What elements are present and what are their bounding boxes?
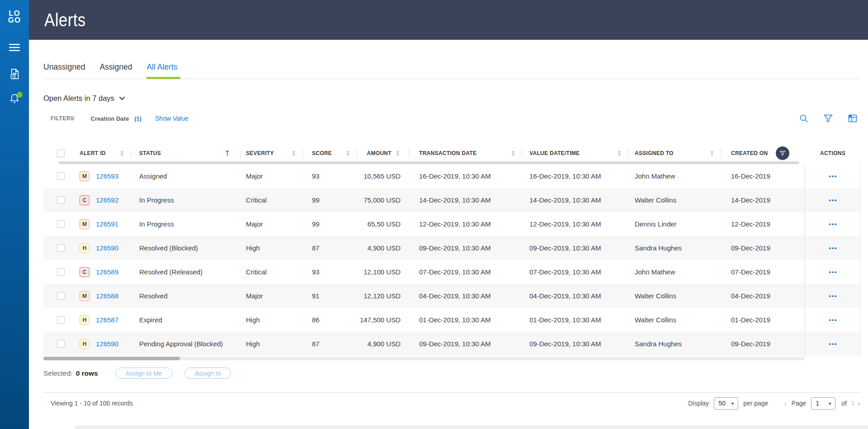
- status-cell: Resolved (Blocked): [131, 236, 241, 260]
- header-severity[interactable]: SEVERITY ↕: [241, 145, 303, 161]
- amount-cell: 12,120 USD: [357, 284, 409, 308]
- show-value-link[interactable]: Show Value: [155, 115, 189, 122]
- menu-button[interactable]: [8, 42, 21, 55]
- display-label: Display: [688, 400, 709, 407]
- row-checkbox-cell: [43, 260, 72, 284]
- alert-id-link[interactable]: 126587: [96, 316, 118, 324]
- filter-icon[interactable]: [823, 113, 834, 124]
- alert-id-link[interactable]: 126590: [96, 340, 118, 348]
- sort-icon[interactable]: ↕: [510, 150, 516, 157]
- row-checkbox-cell: [43, 236, 72, 260]
- actions-menu-button[interactable]: ⋯: [829, 195, 838, 205]
- status-cell: In Progress: [131, 212, 241, 236]
- header-assigned-to[interactable]: ASSIGNED TO ↕: [628, 145, 721, 161]
- tab-all-alerts[interactable]: All Alerts: [146, 62, 177, 79]
- tab-assigned[interactable]: Assigned: [99, 62, 132, 79]
- score-cell: 93: [303, 164, 357, 188]
- sort-icon[interactable]: ↕: [345, 150, 351, 157]
- row-checkbox[interactable]: [57, 172, 65, 180]
- actions-menu-button[interactable]: ⋯: [829, 171, 838, 181]
- records-summary: Viewing 1 - 10 of 100 records: [51, 400, 133, 407]
- header-value-date[interactable]: VALUE DATE/TIME ↕: [522, 145, 628, 161]
- reports-button[interactable]: [8, 68, 21, 81]
- row-checkbox[interactable]: [57, 268, 65, 276]
- table-row: C126592In ProgressCritical9975,000 USD14…: [43, 188, 860, 212]
- logo[interactable]: LO GO: [8, 10, 21, 24]
- header-alert-id[interactable]: ALERT ID ↕: [72, 145, 131, 161]
- status-cell: Pending Approval (Blocked): [131, 332, 241, 356]
- amount-cell: 65,50 USD: [357, 212, 409, 236]
- next-page-icon[interactable]: ›: [858, 399, 861, 408]
- row-checkbox[interactable]: [57, 292, 65, 300]
- alert-id-link[interactable]: 126592: [96, 196, 118, 204]
- open-alerts-dropdown[interactable]: Open Alerts in 7 days: [43, 94, 125, 103]
- actions-menu-button[interactable]: ⋯: [829, 315, 838, 325]
- previous-page-icon[interactable]: ‹: [783, 399, 787, 408]
- actions-menu-button[interactable]: ⋯: [829, 219, 838, 229]
- alert-id-link[interactable]: 126591: [96, 220, 118, 228]
- amount-cell: 10,565 USD: [357, 164, 409, 188]
- transaction-date-cell: 12-Dec-2019, 10:30 AM: [409, 212, 522, 236]
- severity-cell: Major: [241, 164, 303, 188]
- page-number-select[interactable]: 1 ▾: [811, 397, 835, 410]
- actions-menu-button[interactable]: ⋯: [829, 339, 838, 349]
- actions-menu-button[interactable]: ⋯: [829, 267, 838, 277]
- alert-id-link[interactable]: 126589: [96, 268, 118, 276]
- page-size-select[interactable]: 50 ▾: [714, 397, 738, 410]
- severity-cell: High: [241, 308, 303, 332]
- header-status[interactable]: STATUS ↑: [131, 145, 241, 161]
- actions-menu-button[interactable]: ⋯: [829, 243, 838, 253]
- columns-icon[interactable]: [847, 113, 858, 124]
- column-filter-active-icon[interactable]: [776, 146, 789, 160]
- pagination-bar: Viewing 1 - 10 of 100 records Display 50…: [43, 393, 861, 414]
- alert-id-link[interactable]: 126593: [96, 172, 118, 180]
- assign-to-me-button[interactable]: Assign to Me: [115, 368, 173, 379]
- filters-label: FILTERS: [51, 115, 75, 122]
- row-checkbox[interactable]: [57, 244, 65, 252]
- row-checkbox[interactable]: [57, 220, 65, 228]
- sort-icon[interactable]: ↕: [709, 150, 715, 157]
- transaction-date-cell: 16-Dec-2019, 10:30 AM: [409, 164, 522, 188]
- value-date-cell: 07-Dec-2019, 10:30 AM: [522, 260, 628, 284]
- created-on-cell: 04-Dec-2019: [721, 284, 805, 308]
- sort-icon[interactable]: ↕: [291, 150, 297, 157]
- row-checkbox-cell: [43, 212, 72, 236]
- actions-menu-button[interactable]: ⋯: [829, 291, 838, 301]
- row-checkbox[interactable]: [57, 316, 65, 324]
- table-row: C126589Resolved (Released)Critical9312,1…: [43, 260, 860, 284]
- assigned-to-cell: Dennis Linder: [628, 212, 721, 236]
- alert-id-link[interactable]: 126588: [96, 292, 118, 300]
- horizontal-scrollbar-thumb[interactable]: [43, 357, 180, 360]
- actions-cell: ⋯: [805, 308, 861, 332]
- alert-id-link[interactable]: 126590: [96, 244, 118, 252]
- row-checkbox[interactable]: [57, 196, 65, 204]
- select-all-checkbox[interactable]: [57, 150, 65, 157]
- table-toolbar: [798, 113, 861, 124]
- score-cell: 93: [303, 260, 357, 284]
- sidebar: LO GO: [0, 0, 29, 429]
- score-cell: 87: [303, 332, 357, 356]
- alert-id-cell: M126591: [72, 212, 131, 236]
- sort-icon[interactable]: ↕: [617, 150, 622, 157]
- search-icon[interactable]: [798, 113, 809, 124]
- row-checkbox[interactable]: [57, 340, 65, 348]
- actions-cell: ⋯: [805, 188, 861, 212]
- header-created-on[interactable]: CREATED ON: [721, 145, 805, 161]
- transaction-date-cell: 09-Dec-2019, 10:30 AM: [409, 332, 522, 356]
- table-row: M126591In ProgressMajor9965,50 USD12-Dec…: [43, 212, 860, 236]
- tab-unassigned[interactable]: Unassigned: [43, 62, 85, 79]
- header-amount[interactable]: AMOUNT ↕: [357, 145, 409, 161]
- sort-icon[interactable]: ↕: [119, 150, 125, 157]
- header-transaction-date[interactable]: TRANSACTION DATE ↕: [409, 145, 522, 161]
- severity-cell: High: [241, 332, 303, 356]
- severity-badge: H: [80, 315, 90, 325]
- assign-to-button[interactable]: Assign to: [184, 368, 231, 379]
- value-date-cell: 09-Dec-2019, 10:30 AM: [522, 332, 628, 356]
- sort-ascending-icon[interactable]: ↑: [224, 149, 231, 158]
- table-row: H126590Resolved (Blocked)High874,900 USD…: [43, 236, 860, 260]
- header-score[interactable]: SCORE ↕: [303, 145, 357, 161]
- notifications-button[interactable]: [8, 93, 21, 106]
- filter-count[interactable]: (1): [134, 115, 142, 122]
- actions-cell: ⋯: [805, 332, 861, 356]
- sort-icon[interactable]: ↕: [395, 150, 401, 157]
